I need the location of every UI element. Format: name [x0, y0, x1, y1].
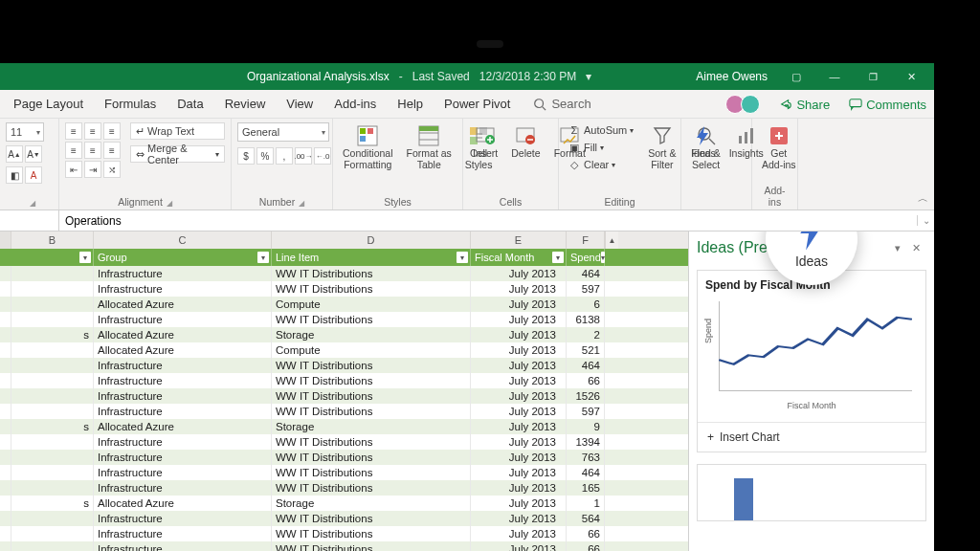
cell[interactable]: [11, 266, 94, 281]
increase-decimal-button[interactable]: .00→: [295, 147, 312, 165]
cell[interactable]: Compute: [272, 342, 471, 358]
cell[interactable]: WW IT Distributions: [272, 404, 471, 419]
autosum-button[interactable]: ΣAutoSum▾: [565, 122, 636, 138]
fill-button[interactable]: ▣Fill▾: [565, 140, 636, 155]
cell[interactable]: July 2013: [471, 404, 567, 419]
cell[interactable]: WW IT Distributions: [272, 281, 471, 297]
font-size-dropdown[interactable]: 11: [6, 122, 44, 142]
cell[interactable]: 1394: [567, 434, 605, 450]
increase-font-button[interactable]: A▲: [6, 145, 23, 163]
presence-avatars[interactable]: [729, 95, 760, 114]
cell[interactable]: Infrastructure: [94, 312, 272, 327]
cell[interactable]: July 2013: [471, 465, 567, 480]
cell[interactable]: [11, 541, 94, 551]
cell[interactable]: July 2013: [471, 496, 567, 511]
cell[interactable]: [11, 404, 94, 419]
align-left-button[interactable]: ≡: [65, 142, 82, 159]
align-top-button[interactable]: ≡: [65, 122, 82, 140]
cell[interactable]: 521: [567, 342, 605, 358]
scroll-up-button[interactable]: ▲: [605, 231, 618, 249]
table-row[interactable]: InfrastructureWW IT DistributionsJuly 20…: [0, 450, 688, 465]
cell[interactable]: Infrastructure: [94, 480, 272, 496]
filter-group[interactable]: Group▾: [94, 249, 272, 266]
cell[interactable]: July 2013: [471, 266, 567, 281]
cell[interactable]: 464: [567, 358, 605, 373]
cell[interactable]: WW IT Distributions: [272, 312, 471, 327]
table-row[interactable]: InfrastructureWW IT DistributionsJuly 20…: [0, 404, 688, 419]
cell[interactable]: July 2013: [471, 419, 567, 434]
cell[interactable]: Allocated Azure: [94, 342, 272, 358]
table-row[interactable]: InfrastructureWW IT DistributionsJuly 20…: [0, 480, 688, 496]
table-row[interactable]: Allocated AzureComputeJuly 2013521: [0, 342, 688, 358]
dialog-launcher-icon[interactable]: ◢: [299, 199, 304, 208]
col-header-d[interactable]: D: [272, 231, 471, 249]
cell[interactable]: July 2013: [471, 388, 567, 404]
cell[interactable]: [11, 358, 94, 373]
tab-view[interactable]: View: [277, 91, 323, 117]
table-row[interactable]: InfrastructureWW IT DistributionsJuly 20…: [0, 465, 688, 480]
cell[interactable]: WW IT Distributions: [272, 541, 471, 551]
cell[interactable]: Allocated Azure: [94, 327, 272, 342]
cell[interactable]: Infrastructure: [94, 541, 272, 551]
cell[interactable]: WW IT Distributions: [272, 266, 471, 281]
filter-button[interactable]: ▾: [11, 249, 94, 266]
tab-formulas[interactable]: Formulas: [95, 91, 166, 117]
tab-review[interactable]: Review: [215, 91, 276, 117]
cell[interactable]: Allocated Azure: [94, 419, 272, 434]
filter-line-item[interactable]: Line Item▾: [272, 249, 471, 266]
insert-cells-button[interactable]: Insert: [469, 122, 501, 162]
cell[interactable]: 9: [567, 419, 605, 434]
pane-options-button[interactable]: ▾: [889, 242, 906, 254]
table-row[interactable]: Allocated AzureComputeJuly 20136: [0, 297, 688, 312]
cell[interactable]: 1526: [567, 388, 605, 404]
cell[interactable]: 66: [567, 541, 605, 551]
cell[interactable]: Storage: [272, 327, 471, 342]
cell[interactable]: Storage: [272, 419, 471, 434]
decrease-indent-button[interactable]: ⇤: [65, 161, 82, 178]
table-row[interactable]: InfrastructureWW IT DistributionsJuly 20…: [0, 526, 688, 541]
merge-center-button[interactable]: ⇔Merge & Center▾: [130, 145, 225, 163]
cell[interactable]: Infrastructure: [94, 465, 272, 480]
cell[interactable]: Infrastructure: [94, 404, 272, 419]
table-row[interactable]: InfrastructureWW IT DistributionsJuly 20…: [0, 266, 688, 281]
cell[interactable]: WW IT Distributions: [272, 465, 471, 480]
align-bottom-button[interactable]: ≡: [103, 122, 121, 140]
col-header-c[interactable]: C: [94, 231, 272, 249]
number-format-dropdown[interactable]: General: [237, 122, 329, 142]
window-close-icon[interactable]: ✕: [892, 71, 930, 83]
filter-spend[interactable]: Spend▾: [567, 249, 605, 266]
wrap-text-button[interactable]: ↵Wrap Text: [130, 122, 225, 140]
cell[interactable]: 1: [567, 496, 605, 511]
table-row[interactable]: sAllocated AzureStorageJuly 20139: [0, 419, 688, 434]
sort-filter-button[interactable]: Sort & Filter: [644, 122, 679, 172]
table-row[interactable]: InfrastructureWW IT DistributionsJuly 20…: [0, 541, 688, 551]
tab-power-pivot[interactable]: Power Pivot: [434, 91, 520, 117]
comments-button[interactable]: Comments: [849, 98, 926, 112]
cell[interactable]: July 2013: [471, 480, 567, 496]
table-row[interactable]: InfrastructureWW IT DistributionsJuly 20…: [0, 511, 688, 526]
ideas-button[interactable]: Ideas: [687, 122, 720, 162]
cell[interactable]: Infrastructure: [94, 511, 272, 526]
table-row[interactable]: InfrastructureWW IT DistributionsJuly 20…: [0, 373, 688, 388]
cell[interactable]: WW IT Distributions: [272, 511, 471, 526]
col-header-f[interactable]: F: [567, 231, 605, 249]
align-right-button[interactable]: ≡: [103, 142, 121, 159]
conditional-formatting-button[interactable]: Conditional Formatting: [339, 122, 397, 172]
table-row[interactable]: InfrastructureWW IT DistributionsJuly 20…: [0, 358, 688, 373]
cell[interactable]: July 2013: [471, 327, 567, 342]
ribbon-display-options-icon[interactable]: ▢: [777, 71, 815, 83]
cell[interactable]: 597: [567, 281, 605, 297]
cell[interactable]: July 2013: [471, 434, 567, 450]
cell[interactable]: [11, 526, 94, 541]
ideas-card-2[interactable]: [697, 464, 926, 521]
tab-data[interactable]: Data: [167, 91, 212, 117]
table-row[interactable]: InfrastructureWW IT DistributionsJuly 20…: [0, 434, 688, 450]
formula-input[interactable]: Operations: [59, 210, 917, 231]
name-box[interactable]: [0, 210, 59, 231]
expand-formula-bar-button[interactable]: ⌄: [917, 215, 934, 226]
cell[interactable]: [11, 480, 94, 496]
table-row[interactable]: sAllocated AzureStorageJuly 20131: [0, 496, 688, 511]
worksheet-grid[interactable]: B C D E F ▲ ▾ Group▾ Line Item▾ Fiscal M…: [0, 231, 689, 551]
cell[interactable]: Allocated Azure: [94, 496, 272, 511]
cell[interactable]: WW IT Distributions: [272, 480, 471, 496]
